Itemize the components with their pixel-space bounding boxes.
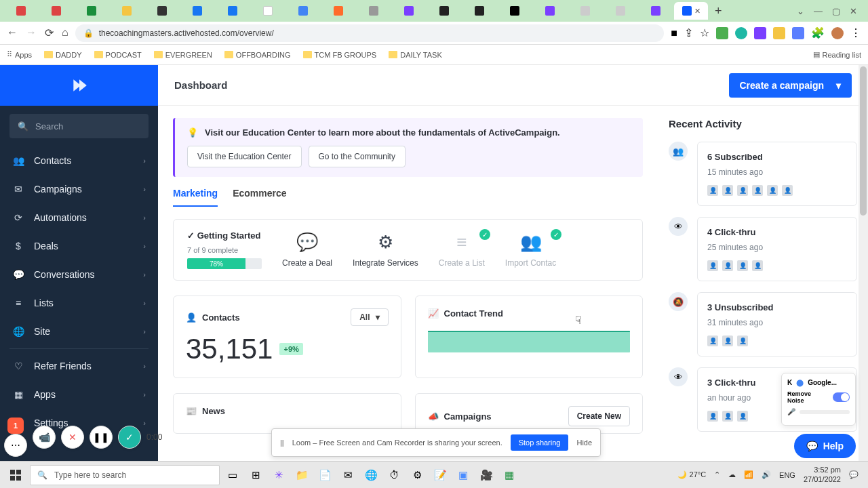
close-icon[interactable]: ✕ (694, 7, 701, 16)
browser-tab[interactable] (533, 2, 567, 20)
extension-icon[interactable] (735, 27, 747, 39)
task-view-icon[interactable]: ▭ (222, 465, 243, 485)
taskbar-app[interactable]: ▣ (453, 465, 473, 485)
taskbar-app[interactable]: 🌐 (361, 465, 381, 485)
create-campaign-button[interactable]: Create a campaign ▾ (729, 73, 852, 98)
taskbar-app[interactable]: ✳ (269, 465, 289, 485)
krisp-widget[interactable]: K⬤Google... Remove Noise 🎤 (781, 373, 856, 426)
browser-tab[interactable] (75, 2, 108, 20)
activity-card[interactable]: 3 Unsubscribed 31 minutes ago 👤👤👤 (697, 292, 857, 357)
browser-tab[interactable] (180, 2, 214, 20)
extension-icon[interactable] (716, 27, 728, 39)
browser-tab[interactable] (604, 2, 637, 20)
weather-icon[interactable]: 🌙 27°C (677, 470, 706, 479)
bookmark-item[interactable]: EVERGREEN (154, 51, 212, 59)
logo[interactable] (0, 65, 158, 106)
loom-cancel-button[interactable]: ✕ (61, 426, 84, 449)
browser-tab[interactable] (39, 2, 73, 20)
browser-tab[interactable] (639, 2, 673, 20)
loom-pause-button[interactable]: ❚❚ (90, 426, 113, 449)
browser-tab[interactable] (216, 2, 250, 20)
browser-tab[interactable] (145, 2, 179, 20)
minimize-icon[interactable]: — (814, 6, 823, 16)
sidebar-item-deals[interactable]: $Deals› (0, 232, 158, 260)
go-community-button[interactable]: Go to the Community (309, 146, 406, 167)
chevron-down-icon[interactable]: ⌄ (797, 6, 804, 16)
bookmark-item[interactable]: DAILY TASK (389, 51, 442, 59)
sidebar-item-site[interactable]: 🌐Site› (0, 317, 158, 346)
taskbar-app[interactable]: 📝 (430, 465, 450, 485)
loom-more-button[interactable]: ⋯ (4, 434, 27, 457)
close-window-icon[interactable]: ✕ (850, 6, 857, 16)
taskbar-app[interactable]: ⏱ (384, 465, 404, 485)
browser-tab[interactable] (251, 2, 285, 20)
sidebar-item-apps[interactable]: ▦Apps› (0, 380, 158, 409)
profile-icon[interactable] (831, 27, 844, 39)
extension-icon[interactable] (754, 27, 766, 39)
noise-toggle[interactable] (833, 392, 850, 402)
reload-icon[interactable]: ⟳ (45, 26, 54, 39)
menu-icon[interactable]: ⋮ (850, 26, 861, 39)
taskbar-app[interactable]: 🎥 (476, 465, 496, 485)
url-input[interactable]: 🔒 thecoachingmasters.activehosted.com/ov… (75, 24, 665, 42)
tray-chevron-icon[interactable]: ⌃ (714, 470, 720, 479)
help-button[interactable]: 💬Help (794, 434, 856, 458)
start-button[interactable] (4, 465, 27, 485)
extensions-icon[interactable]: 🧩 (811, 26, 825, 39)
gs-import-contacts[interactable]: 👥Import Contac✓ (505, 232, 556, 268)
contacts-filter[interactable]: All▾ (351, 308, 388, 326)
forward-icon[interactable]: → (26, 26, 37, 39)
volume-icon[interactable]: 🔊 (762, 470, 771, 479)
search-input[interactable]: 🔍 Search (9, 114, 149, 138)
taskbar-app[interactable]: ✉ (338, 465, 358, 485)
star-icon[interactable]: ☆ (700, 26, 709, 39)
browser-tab[interactable] (321, 2, 355, 20)
extension-icon[interactable] (773, 27, 785, 39)
home-icon[interactable]: ⌂ (62, 26, 68, 39)
tab-marketing[interactable]: Marketing (173, 188, 218, 207)
browser-tab[interactable] (4, 2, 38, 20)
sidebar-item-automations[interactable]: ⟳Automations› (0, 203, 158, 232)
cloud-icon[interactable]: ☁ (728, 470, 736, 479)
taskbar-app[interactable]: 📄 (315, 465, 335, 485)
browser-tab[interactable] (286, 2, 320, 20)
gs-create-list[interactable]: ≡Create a List✓ (439, 232, 485, 268)
browser-tab[interactable] (110, 2, 144, 20)
clock[interactable]: 3:52 pm27/01/2022 (804, 466, 841, 483)
sidebar-item-conversations[interactable]: 💬Conversations› (0, 260, 158, 289)
browser-tab[interactable] (427, 2, 461, 20)
activity-card[interactable]: 6 Subscribed 15 minutes ago 👤👤👤👤👤👤 (697, 142, 857, 206)
bookmark-item[interactable]: TCM FB GROUPS (303, 51, 377, 59)
taskbar-app[interactable]: 📁 (292, 465, 312, 485)
taskbar-app[interactable]: ▦ (499, 465, 519, 485)
reading-list-button[interactable]: ▤Reading list (813, 50, 861, 59)
camera-icon[interactable]: ■ (671, 27, 677, 39)
loom-camera-button[interactable]: 📹 (33, 426, 56, 449)
language-indicator[interactable]: ENG (779, 471, 795, 479)
browser-tab[interactable] (392, 2, 426, 20)
activity-card[interactable]: 4 Click-thru 25 minutes ago 👤👤👤👤 (697, 217, 857, 281)
create-new-campaign-button[interactable]: Create New (568, 406, 630, 426)
loom-done-button[interactable]: ✓ (118, 426, 141, 449)
extension-icon[interactable] (792, 27, 804, 39)
gs-integrate[interactable]: ⚙Integrate Services (353, 232, 418, 268)
gs-create-deal[interactable]: 💬Create a Deal (282, 232, 332, 268)
browser-tab[interactable] (498, 2, 532, 20)
back-icon[interactable]: ← (7, 26, 18, 39)
browser-tab[interactable] (462, 2, 496, 20)
browser-tab[interactable] (568, 2, 602, 20)
taskbar-app[interactable]: ⊞ (245, 465, 266, 485)
new-tab-button[interactable]: + (709, 4, 728, 18)
maximize-icon[interactable]: ▢ (832, 6, 840, 16)
sidebar-item-campaigns[interactable]: ✉Campaigns› (0, 175, 158, 203)
tab-ecommerce[interactable]: Ecommerce (233, 188, 286, 207)
bookmark-item[interactable]: DADDY (44, 51, 82, 59)
stop-sharing-button[interactable]: Stop sharing (511, 434, 569, 451)
sidebar-item-lists[interactable]: ≡Lists› (0, 289, 158, 317)
taskbar-app[interactable]: ⚙ (407, 465, 427, 485)
scrollbar[interactable] (859, 65, 868, 461)
bookmark-item[interactable]: PODCAST (94, 51, 142, 59)
sidebar-item-refer[interactable]: ♡Refer Friends› (0, 352, 158, 380)
bookmark-item[interactable]: OFFBOARDING (224, 51, 291, 59)
taskbar-search[interactable]: 🔍Type here to search (30, 465, 220, 485)
